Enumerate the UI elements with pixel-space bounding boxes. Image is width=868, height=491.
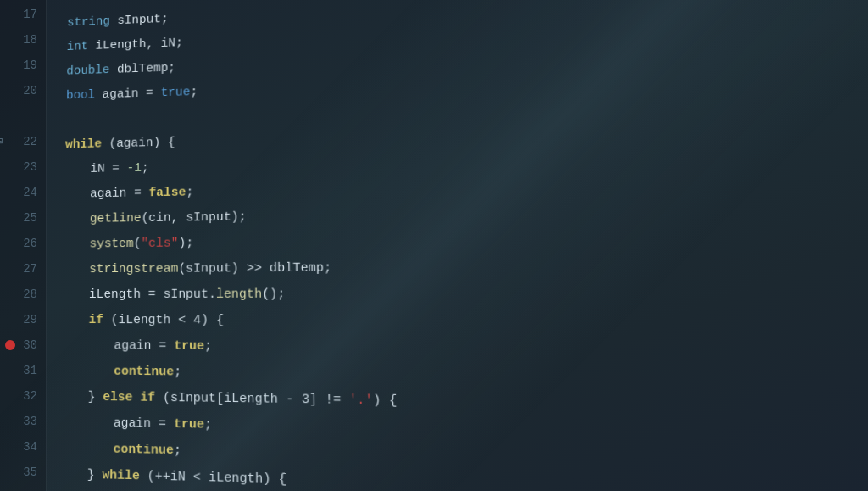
token: ; [190, 79, 198, 104]
line-num-18: 18 [20, 27, 37, 53]
token: true [174, 410, 204, 438]
line-num-24: 24 [20, 180, 37, 205]
token: ; [204, 333, 212, 360]
token: if [89, 307, 104, 332]
token: again = [114, 332, 174, 359]
token: string [67, 8, 110, 35]
line-num-22: 22 [20, 129, 37, 154]
token: (again) { [102, 130, 175, 156]
token: true [174, 332, 204, 359]
token: else if [103, 384, 155, 410]
line-num-blank [20, 103, 37, 129]
token: ; [174, 359, 181, 385]
token: (cin, sInput); [142, 204, 247, 231]
code-area: string sInput; int iLength, iN; double d… [47, 0, 868, 491]
token: getline [90, 205, 142, 231]
line-num-34: 34 [20, 434, 37, 460]
token: again = [90, 180, 149, 206]
token: (); [262, 281, 286, 307]
code-wrapper: string sInput; int iLength, iN; double d… [60, 0, 868, 491]
token: ); [178, 230, 193, 255]
token: (sInput) >> dblTemp; [178, 254, 331, 281]
line-num-31: 31 [20, 358, 37, 383]
token: } [88, 384, 103, 410]
code-line-29: if (iLength < 4) { [64, 307, 868, 336]
token: iLength = sInput. [89, 282, 216, 307]
token: while [102, 462, 140, 489]
line-num-26: 26 [20, 231, 37, 256]
line-num-27: 27 [20, 256, 37, 282]
line-numbers: 17 18 19 20 22 23 24 25 26 27 28 29 30 3… [0, 0, 47, 491]
token: again = [95, 81, 161, 107]
code-line-28: iLength = sInput. length (); [64, 278, 868, 307]
token: "cls" [141, 231, 178, 256]
line-num-17: 17 [20, 2, 37, 27]
token: ) { [373, 387, 398, 414]
token: ; [142, 155, 149, 181]
token: true [160, 80, 190, 105]
editor-container: 17 18 19 20 22 23 24 25 26 27 28 29 30 3… [0, 0, 868, 491]
token: -1 [126, 155, 142, 181]
token: double [66, 58, 109, 83]
line-num-29: 29 [20, 307, 37, 332]
line-num-25: 25 [20, 205, 37, 231]
token: system [89, 231, 133, 256]
token-while: while [65, 131, 102, 157]
token: false [148, 180, 186, 205]
token: bool [66, 82, 95, 108]
token: ( [134, 231, 142, 256]
line-num-28: 28 [20, 282, 37, 307]
token: int [67, 34, 89, 59]
token: stringstream [89, 256, 178, 282]
token: } [87, 461, 103, 488]
token: continue [113, 436, 174, 463]
token: '.' [349, 387, 374, 414]
line-num-19: 19 [20, 53, 37, 78]
token: again = [114, 410, 174, 437]
token: iLength, iN; [88, 31, 183, 59]
token: ; [174, 437, 181, 463]
token: dblTemp; [109, 55, 175, 82]
token: iN = [90, 155, 126, 181]
token: (iLength < 4) { [103, 307, 224, 333]
token: sInput; [110, 7, 169, 33]
token: (++iN < iLength) { [140, 463, 287, 491]
token: ; [186, 180, 193, 205]
token: length [216, 281, 262, 307]
line-num-30: 30 [20, 332, 37, 358]
line-num-23: 23 [20, 154, 37, 180]
line-num-20: 20 [20, 78, 37, 103]
line-num-33: 33 [20, 409, 37, 434]
token: (sInput[iLength - 3] != [155, 384, 349, 413]
token: ; [204, 411, 212, 438]
line-num-36: 36 [20, 485, 37, 491]
line-num-32: 32 [20, 383, 37, 409]
line-num-35: 35 [20, 460, 37, 485]
token: continue [114, 358, 174, 384]
